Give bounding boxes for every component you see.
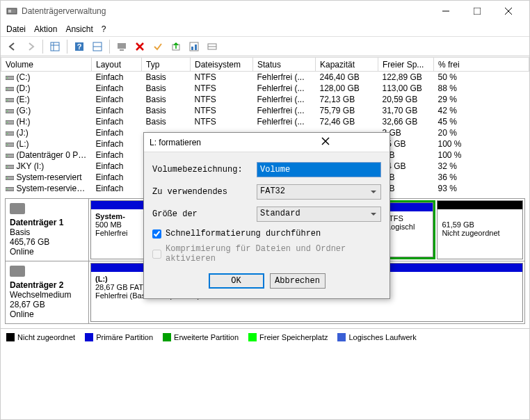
action1-icon[interactable] [168,39,184,54]
volume-row[interactable]: (C:)EinfachBasisNTFSFehlerfrei (...246,4… [1,72,529,83]
col-header[interactable]: Typ [142,58,191,72]
svg-point-34 [6,133,8,134]
titlebar: Datenträgerverwaltung [1,1,529,22]
col-header[interactable]: Layout [92,58,142,72]
menu-help[interactable]: ? [102,24,106,34]
app-icon [6,6,17,17]
filesystem-select[interactable]: FAT32 [257,184,381,200]
svg-rect-3 [474,8,481,15]
dialog-title: L: formatieren [150,138,267,147]
dialog-close-button[interactable] [267,137,385,147]
format-dialog: L: formatieren Volumebezeichnung: Zu ver… [143,132,390,299]
svg-rect-19 [191,47,193,50]
volume-row[interactable]: (E:)EinfachBasisNTFSFehlerfrei (...72,13… [1,94,529,105]
alloc-label: Größe der [152,209,257,219]
window-title: Datenträgerverwaltung [22,6,430,16]
volume-row[interactable]: (G:)EinfachBasisNTFSFehlerfrei (...75,79… [1,105,529,116]
check-icon[interactable] [150,39,166,54]
delete-icon[interactable] [132,39,147,54]
volume-row[interactable]: (H:)EinfachBasisNTFSFehlerfrei (...72,46… [1,116,529,127]
svg-rect-14 [120,49,124,51]
svg-point-36 [6,144,8,145]
legend-logical: Logisches Laufwerk [348,333,416,341]
menu-view[interactable]: Ansicht [65,24,93,34]
volume-label-label: Volumebezeichnung: [152,165,257,175]
col-header[interactable]: % frei [434,58,529,72]
quick-format-checkbox[interactable] [152,229,161,239]
compress-label: Komprimierung für Dateien und Ordner akt… [166,244,381,264]
legend: Nicht zugeordnet Primäre Partition Erwei… [1,328,529,346]
disk-icon [10,203,25,214]
svg-rect-20 [195,45,197,50]
col-header[interactable]: Freier Sp... [378,58,434,72]
close-button[interactable] [492,1,524,21]
legend-free: Freier Speicherplatz [259,333,328,341]
disk-info: Datenträger 2Wechselmedium28,67 GBOnline [6,261,89,323]
col-header[interactable]: Dateisystem [191,58,253,72]
alloc-select[interactable]: Standard [257,207,381,222]
compress-checkbox [152,250,161,259]
svg-point-28 [6,99,8,101]
svg-text:?: ? [77,42,82,51]
legend-unalloc: Nicht zugeordnet [17,333,75,341]
svg-point-24 [6,77,8,79]
disk-info: Datenträger 1Basis465,76 GBOnline [6,199,89,261]
disk-icon [10,266,25,277]
col-header[interactable]: Volume [1,58,92,72]
view-list-icon[interactable] [47,39,63,54]
legend-primary: Primäre Partition [96,333,153,341]
computer-icon[interactable] [114,39,129,54]
menubar: Datei Aktion Ansicht ? [1,22,529,37]
legend-extended: Erweiterte Partition [174,333,239,341]
settings-icon[interactable] [90,39,105,54]
help-icon[interactable]: ? [72,39,87,54]
toolbar: ? [1,37,529,56]
svg-point-44 [6,188,8,190]
svg-point-32 [6,122,8,123]
svg-point-40 [6,166,8,168]
svg-point-38 [6,155,8,156]
filesystem-label: Zu verwendendes [152,187,257,197]
minimize-button[interactable] [430,1,461,21]
svg-rect-6 [51,42,59,51]
svg-point-30 [6,111,8,112]
volume-label-input[interactable] [257,162,381,177]
ok-button[interactable]: OK [209,273,264,289]
col-header[interactable]: Status [253,58,316,72]
cancel-button[interactable]: Abbrechen [270,273,326,289]
svg-point-42 [6,177,8,179]
svg-rect-1 [8,10,11,13]
svg-rect-13 [118,43,126,49]
volume-row[interactable]: (D:)EinfachBasisNTFSFehlerfrei (...128,0… [1,83,529,94]
svg-point-26 [6,88,8,90]
menu-action[interactable]: Aktion [34,24,57,34]
maximize-button[interactable] [461,1,492,21]
back-button[interactable] [5,39,20,54]
svg-rect-18 [190,42,198,51]
partition[interactable]: 61,59 GBNicht zugeordnet [437,200,523,259]
forward-button[interactable] [23,39,38,54]
col-header[interactable]: Kapazität [316,58,378,72]
menu-file[interactable]: Datei [6,24,26,34]
action2-icon[interactable] [186,39,202,54]
action3-icon[interactable] [204,39,220,54]
quick-format-label: Schnellformatierung durchführen [166,229,321,239]
